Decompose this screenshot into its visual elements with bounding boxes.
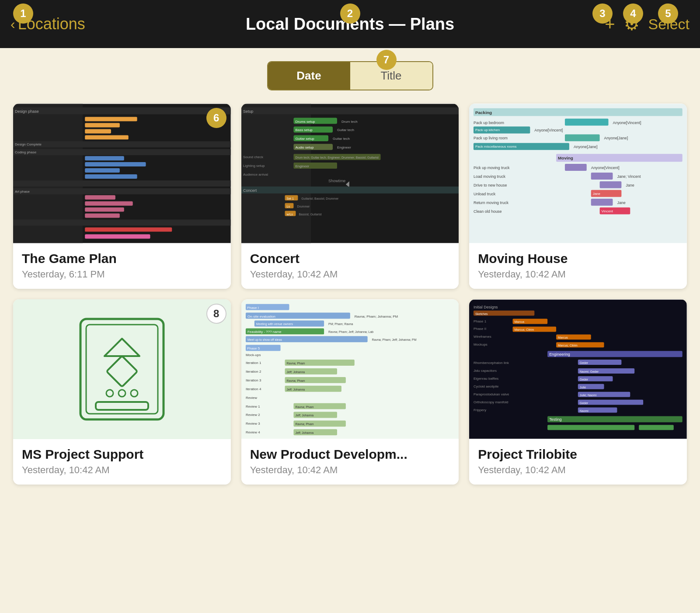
- add-button[interactable]: +: [605, 15, 615, 33]
- svg-text:Pack up living room: Pack up living room: [474, 136, 508, 140]
- card-info-game-plan: The Game Plan Yesterday, 6:11 PM: [13, 243, 231, 289]
- svg-text:Coding phase: Coding phase: [15, 150, 37, 154]
- svg-rect-19: [85, 195, 115, 200]
- svg-rect-17: [13, 188, 231, 194]
- svg-text:On-site evaluation: On-site evaluation: [247, 315, 275, 319]
- svg-rect-2: [13, 107, 231, 114]
- sort-by-date-button[interactable]: Date: [268, 62, 350, 90]
- card-ms-project[interactable]: 8: [13, 299, 231, 485]
- card-thumb-moving: Packing Pack up bedroom Anyone[Vincent] …: [469, 104, 687, 243]
- svg-text:Paraprostodukan valve: Paraprostodukan valve: [474, 392, 509, 396]
- content-area: 7 Date Title 6 Design phase: [0, 48, 700, 502]
- svg-rect-20: [85, 201, 132, 206]
- card-thumb-game-plan: Design phase Design Complete Coding phas…: [13, 104, 231, 243]
- svg-rect-5: [85, 123, 120, 128]
- svg-text:Pack up kitchen: Pack up kitchen: [475, 128, 500, 132]
- svg-text:Geder: Geder: [580, 361, 589, 364]
- svg-text:Anyone[Jane]: Anyone[Jane]: [604, 136, 628, 140]
- svg-text:Moving: Moving: [558, 156, 573, 160]
- back-arrow-icon: ‹: [10, 17, 15, 31]
- svg-rect-28: [241, 107, 459, 114]
- card-date-npd: Yesterday, 10:42 AM: [250, 464, 450, 476]
- card-thumb-npd: Phase I On-site evaluation Ravna; Pham; …: [241, 299, 459, 439]
- svg-text:Bass setup: Bass setup: [295, 128, 313, 132]
- svg-text:Engineering: Engineering: [549, 352, 570, 357]
- svg-rect-92: [591, 199, 613, 206]
- card-moving-house[interactable]: Packing Pack up bedroom Anyone[Vincent] …: [469, 104, 687, 289]
- svg-text:Marcus: Marcus: [558, 336, 568, 339]
- svg-text:Ravna; Pham: Ravna; Pham: [286, 379, 305, 382]
- svg-point-102: [118, 390, 125, 397]
- svg-rect-25: [85, 234, 150, 239]
- card-title-trilobite: Project Trilobite: [478, 447, 678, 462]
- svg-text:Ravna; Pham: Ravna; Pham: [286, 362, 305, 365]
- svg-text:Pack up bedroom: Pack up bedroom: [474, 121, 504, 125]
- back-label: Locations: [18, 15, 85, 33]
- svg-rect-22: [85, 214, 120, 218]
- card-concert[interactable]: Setup Drums setup Drum tech Bass setup G…: [241, 104, 459, 289]
- svg-text:Design phase: Design phase: [15, 109, 39, 114]
- sort-by-title-button[interactable]: Title: [350, 62, 432, 90]
- card-title-game-plan: The Game Plan: [22, 251, 222, 266]
- card-date-game-plan: Yesterday, 6:11 PM: [22, 269, 222, 280]
- card-title-npd: New Product Developm...: [250, 447, 450, 462]
- card-date-ms: Yesterday, 10:42 AM: [22, 464, 222, 476]
- card-thumb-trilobite: Initial Designs Sketches Phase 1 Marcus …: [469, 299, 687, 439]
- svg-text:Packing: Packing: [475, 110, 492, 115]
- svg-rect-77: [556, 154, 683, 162]
- svg-rect-16: [13, 180, 231, 187]
- svg-rect-97: [80, 319, 164, 419]
- svg-text:Meet up to show off ideas: Meet up to show off ideas: [247, 338, 282, 342]
- svg-text:Julie; Naomi: Julie; Naomi: [580, 394, 597, 397]
- svg-rect-83: [591, 173, 613, 180]
- svg-text:Guitar tech: Guitar tech: [337, 128, 354, 132]
- back-button[interactable]: ‹ Locations: [10, 15, 85, 33]
- sort-bar-wrapper: 7 Date Title: [13, 61, 687, 90]
- card-info-trilobite: Project Trilobite Yesterday, 10:42 AM: [469, 439, 687, 485]
- svg-text:Drum tech: Drum tech: [341, 120, 358, 124]
- svg-text:Jeff; Johanna: Jeff; Johanna: [286, 371, 305, 374]
- svg-text:Anyone[Jane]: Anyone[Jane]: [574, 145, 598, 149]
- svg-text:Ravna; Pham; Johanna; PM: Ravna; Pham; Johanna; PM: [354, 315, 397, 319]
- card-game-plan[interactable]: 6 Design phase Design Complete: [13, 104, 231, 289]
- svg-text:Drum tech; Guitar tech; Engine: Drum tech; Guitar tech; Engineer; Drumme…: [295, 156, 379, 159]
- svg-rect-72: [565, 134, 600, 141]
- svg-text:Set 1: Set 1: [286, 197, 293, 200]
- svg-text:Concert: Concert: [243, 188, 257, 193]
- svg-text:Design Complete: Design Complete: [15, 142, 42, 146]
- svg-text:Pick up moving truck: Pick up moving truck: [474, 166, 510, 170]
- svg-text:Rhombencephalon link: Rhombencephalon link: [474, 361, 509, 365]
- svg-text:Feasibility - ??? name: Feasibility - ??? name: [247, 330, 282, 334]
- svg-text:Testing: Testing: [549, 417, 561, 422]
- svg-text:Guitarist; Bassist; Drummer: Guitarist; Bassist; Drummer: [301, 197, 339, 200]
- svg-text:Audience arrival: Audience arrival: [243, 173, 268, 177]
- svg-text:Showtime: Showtime: [328, 179, 345, 183]
- card-info-moving: Moving House Yesterday, 10:42 AM: [469, 243, 687, 289]
- svg-rect-15: [85, 174, 137, 179]
- svg-text:Clean old house: Clean old house: [474, 209, 502, 214]
- select-button[interactable]: Select: [648, 16, 690, 33]
- svg-text:Sketches: Sketches: [475, 312, 488, 315]
- svg-point-103: [131, 390, 138, 397]
- svg-text:Geder: Geder: [580, 378, 589, 381]
- card-new-product[interactable]: Phase I On-site evaluation Ravna; Pham; …: [241, 299, 459, 485]
- svg-text:Load moving truck: Load moving truck: [474, 174, 506, 179]
- settings-button[interactable]: ⚙: [624, 15, 640, 33]
- svg-text:Guitar setup: Guitar setup: [295, 137, 314, 141]
- card-trilobite[interactable]: Initial Designs Sketches Phase 1 Marcus …: [469, 299, 687, 485]
- svg-text:Eigenrau baffles: Eigenrau baffles: [474, 377, 498, 381]
- svg-marker-99: [104, 339, 139, 356]
- svg-text:Phase 1: Phase 1: [474, 319, 487, 323]
- svg-rect-63: [474, 108, 683, 116]
- svg-text:Engineer: Engineer: [295, 164, 309, 168]
- svg-rect-6: [85, 129, 111, 133]
- card-title-concert: Concert: [250, 251, 450, 266]
- svg-rect-14: [85, 168, 120, 173]
- svg-rect-8: [13, 141, 231, 147]
- svg-point-101: [106, 390, 113, 397]
- svg-text:Iteration 3: Iteration 3: [246, 378, 261, 382]
- svg-text:Mock-ups: Mock-ups: [246, 353, 261, 357]
- card-date-trilobite: Yesterday, 10:42 AM: [478, 464, 678, 476]
- svg-text:Initial Designs: Initial Designs: [474, 305, 498, 309]
- svg-text:Setup: Setup: [243, 109, 253, 114]
